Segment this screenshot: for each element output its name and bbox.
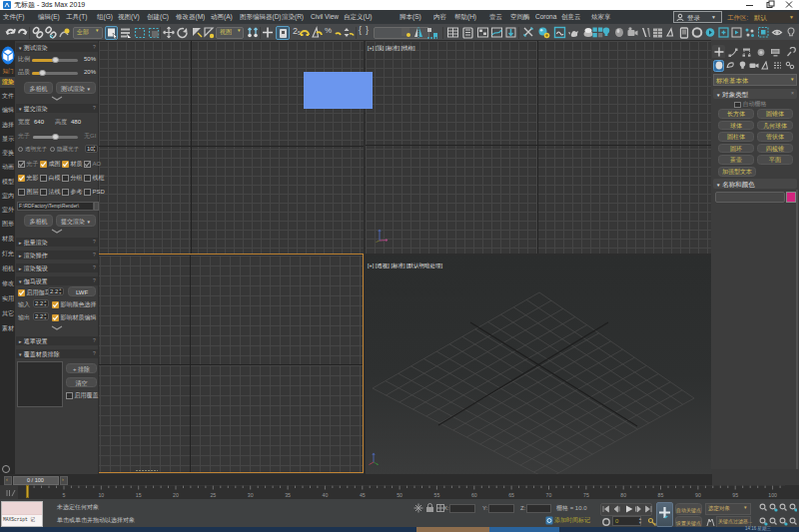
svg-text:50: 50 [397,492,402,498]
svg-text:60: 60 [471,492,477,498]
svg-text:75: 75 [583,492,589,498]
svg-text:20: 20 [173,492,179,498]
svg-text:5: 5 [63,492,66,498]
svg-text:65: 65 [508,492,514,498]
svg-text:90: 90 [695,492,701,498]
svg-text:85: 85 [658,492,664,498]
svg-text:30: 30 [248,492,254,498]
svg-text:10: 10 [98,492,104,498]
svg-text:80: 80 [620,492,626,498]
svg-text:100: 100 [768,492,777,498]
svg-text:70: 70 [546,492,552,498]
svg-text:35: 35 [285,492,291,498]
svg-text:55: 55 [434,492,440,498]
svg-text:15: 15 [136,492,142,498]
svg-text:40: 40 [323,492,329,498]
svg-text:45: 45 [360,492,366,498]
svg-text:25: 25 [210,492,216,498]
svg-text:95: 95 [732,492,738,498]
